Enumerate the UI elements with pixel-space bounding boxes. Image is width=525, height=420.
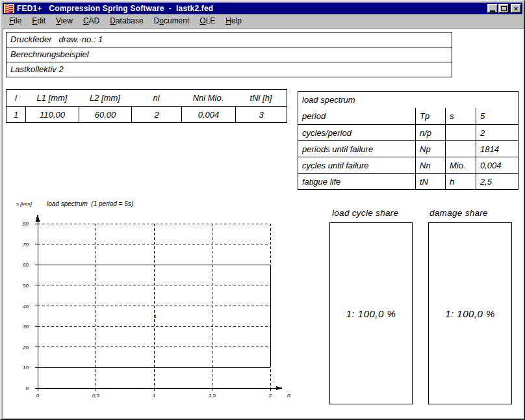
load-case-table: i L1 [mm] L2 [mm] ni Nni Mio. tNi [h] 1 … — [6, 89, 287, 123]
load-cycle-share-value: 1: 100,0 % — [346, 308, 396, 319]
table-cell: 2 — [131, 107, 181, 122]
table-row: fatigue life tN h 2,5 — [298, 173, 518, 189]
series-label: 1 — [154, 313, 157, 319]
menu-item-cad[interactable]: CAD — [78, 15, 105, 27]
table-cell: 2,5 — [476, 174, 518, 189]
load-case-table-header: i L1 [mm] L2 [mm] ni Nni Mio. tNi [h] — [6, 90, 287, 107]
x-tick-label: 1,5 — [209, 393, 216, 399]
window-title: FED1+ Compression Spring Software - last… — [17, 4, 213, 13]
table-cell: 0,004 — [181, 107, 235, 122]
y-tick-label: 20 — [22, 345, 29, 350]
table-row: 1 110,00 60,00 2 0,004 3 — [6, 107, 287, 122]
close-icon: × — [514, 5, 518, 12]
table-cell: 5 — [476, 108, 518, 124]
table-cell: s — [445, 108, 476, 124]
load-cycle-share-box: 1: 100,0 % — [329, 222, 413, 404]
table-cell: period — [298, 108, 415, 124]
column-header: ni — [131, 90, 181, 106]
x-tick-label: 1 — [153, 393, 155, 399]
table-cell: 0,004 — [476, 157, 518, 173]
menu-item-help[interactable]: Help — [220, 15, 247, 27]
window-controls: × — [487, 4, 522, 13]
x-axis-label: n — [287, 392, 290, 399]
column-header: tNi [h] — [235, 90, 287, 106]
table-cell: 110,00 — [25, 107, 79, 122]
table-cell: Mio. — [445, 157, 476, 173]
x-axis-arrow — [276, 387, 282, 390]
minimize-icon — [490, 10, 495, 12]
table-cell: 2 — [476, 125, 518, 140]
table-cell: 1 — [6, 107, 25, 122]
table-cell: tN — [415, 174, 445, 189]
menu-item-document[interactable]: Document — [149, 15, 195, 27]
damage-share-title: damage share — [429, 208, 488, 218]
table-cell: h — [445, 174, 476, 189]
table-cell — [445, 141, 476, 157]
close-button[interactable]: × — [511, 4, 521, 13]
column-header: L1 [mm] — [25, 90, 79, 106]
comment-field: Berechnungsbeispiel — [6, 47, 452, 62]
column-header: Nni Mio. — [181, 90, 235, 106]
table-cell: cycles until failure — [298, 157, 415, 173]
table-cell: Tp — [415, 108, 445, 124]
damage-share-box: 1: 100,0 % — [428, 222, 512, 404]
title-bar[interactable]: FED1+ Compression Spring Software - last… — [3, 3, 522, 14]
table-cell: 60,00 — [79, 107, 131, 122]
y-tick-label: 70 — [23, 242, 29, 248]
drawing-title-field: Druckfeder draw.-no.: 1 — [6, 32, 452, 47]
menu-item-file[interactable]: File — [4, 15, 27, 27]
y-tick-label: 80 — [23, 221, 29, 227]
table-row: cycles/period n/p 2 — [298, 124, 518, 140]
y-tick-label: 0 — [26, 386, 29, 391]
minimize-button[interactable] — [487, 4, 498, 13]
menu-item-edit[interactable]: Edit — [27, 15, 51, 27]
client-area: Druckfeder draw.-no.: 1 Berechnungsbeisp… — [3, 28, 524, 418]
table-cell: 1814 — [476, 141, 518, 157]
spectrum-name-field: Lastkollektiv 2 — [6, 62, 452, 77]
maximize-icon — [501, 6, 507, 11]
menu-bar: File Edit View CAD Database Document OLE… — [3, 14, 522, 27]
table-row: period Tp s 5 — [298, 108, 518, 124]
application-window: FED1+ Compression Spring Software - last… — [0, 0, 525, 420]
menu-item-database[interactable]: Database — [105, 15, 148, 27]
table-cell: 3 — [235, 107, 287, 122]
table-cell: n/p — [415, 125, 445, 140]
y-axis-arrow — [36, 215, 40, 221]
maximize-button[interactable] — [498, 4, 509, 13]
y-tick-label: 60 — [23, 262, 29, 268]
menu-item-view[interactable]: View — [51, 15, 78, 27]
y-axis-label: s [mm] — [16, 201, 32, 207]
table-cell: Np — [415, 141, 445, 157]
table-row: periods until failure Np 1814 — [298, 140, 518, 157]
table-cell: cycles/period — [298, 125, 415, 140]
x-tick-label: 0,5 — [92, 393, 100, 399]
x-tick-label: 2 — [268, 393, 272, 399]
menu-item-ole[interactable]: OLE — [194, 15, 220, 27]
load-cycle-share-title: load cycle share — [332, 208, 398, 218]
y-tick-label: 50 — [23, 283, 29, 289]
x-tick-label: 0 — [36, 393, 40, 399]
column-header: i — [6, 90, 25, 106]
table-cell — [445, 125, 476, 140]
y-tick-label: 40 — [23, 304, 29, 309]
damage-share-value: 1: 100,0 % — [445, 308, 495, 319]
spring-icon — [4, 4, 14, 13]
table-cell: fatigue life — [298, 174, 415, 189]
table-row: cycles until failure Nn Mio. 0,004 — [298, 157, 518, 173]
chart-title: load spectrum (1 period = 5s) — [47, 200, 133, 207]
load-spectrum-table: load spectrum period Tp s 5 cycles/perio… — [298, 91, 519, 190]
table-cell: Nn — [415, 157, 445, 173]
table-cell: periods until failure — [298, 141, 415, 157]
load-spectrum-table-title: load spectrum — [298, 92, 518, 108]
column-header: L2 [mm] — [79, 90, 131, 106]
y-tick-label: 10 — [23, 365, 29, 371]
y-tick-label: 30 — [23, 324, 29, 330]
